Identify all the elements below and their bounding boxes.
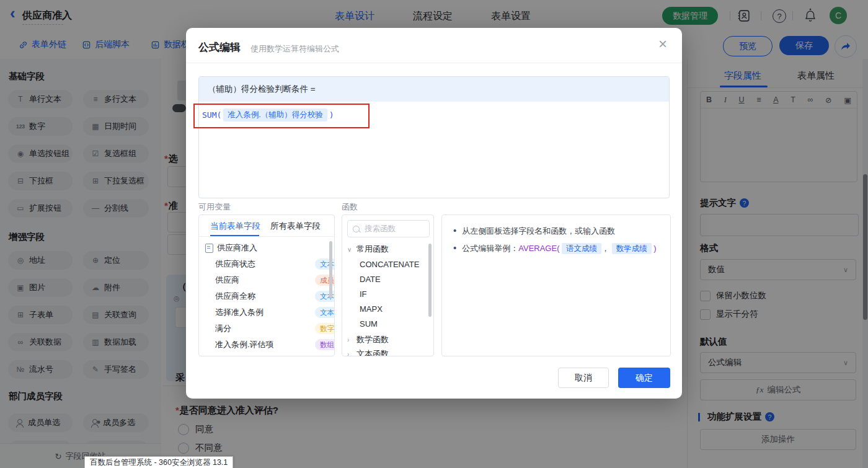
tab-current-form-fields[interactable]: 当前表单字段: [210, 221, 260, 232]
function-group-common[interactable]: ∨ 常用函数: [347, 244, 389, 255]
chevron-right-icon: ›: [347, 351, 353, 357]
help-panel: • 从左侧面板选择字段名和函数，或输入函数 • 公式编辑举例：AVERAGE( …: [441, 214, 671, 356]
search-icon: [353, 226, 360, 232]
chevron-down-icon: ∨: [347, 246, 353, 253]
formula-editor-box: （辅助）得分检验判断条件 =: [198, 76, 670, 198]
function-item[interactable]: MAPX: [360, 304, 383, 314]
variable-item[interactable]: 满分 数字: [215, 323, 335, 334]
variable-item[interactable]: 选择准入条例 文本: [215, 307, 335, 318]
formula-target-bar: （辅助）得分检验判断条件 =: [199, 77, 669, 102]
formula-field-token[interactable]: 准入条例.（辅助）得分校验: [223, 108, 327, 121]
divider: [186, 63, 682, 63]
variable-item[interactable]: 准入条例.评估项 数组: [215, 339, 335, 350]
functions-panel: ∨ 常用函数 CONCATENATE DATE IF MAPX SUM › 数学…: [342, 214, 434, 356]
confirm-button[interactable]: 确定: [618, 368, 670, 388]
divider: [199, 236, 334, 237]
type-badge: 数组: [315, 339, 335, 350]
scrollbar-thumb[interactable]: [428, 244, 432, 317]
function-item[interactable]: DATE: [360, 275, 381, 284]
formula-function: SUM(: [202, 110, 221, 120]
function-item[interactable]: SUM: [360, 319, 378, 329]
example-token: 数学成绩: [612, 243, 652, 254]
help-tip-2: • 公式编辑举例：AVERAGE( 语文成绩， 数学成绩 ): [453, 242, 657, 255]
formula-expression[interactable]: SUM( 准入条例.（辅助）得分校验 ): [202, 108, 334, 121]
scrollbar-thumb[interactable]: [329, 241, 332, 298]
type-badge: 数字: [315, 323, 335, 334]
help-tip-1: • 从左侧面板选择字段名和函数，或输入函数: [453, 225, 615, 237]
functions-label: 函数: [342, 201, 358, 213]
app-screen: ‹ 供应商准入 表单设计 流程设定 表单设置 数据管理 ? C 表单外链 后端脚…: [0, 0, 868, 468]
close-icon[interactable]: ×: [658, 35, 667, 53]
dialog-title: 公式编辑: [198, 40, 241, 55]
type-badge: 文本: [315, 307, 335, 318]
dialog-subtitle: 使用数学运算符编辑公式: [250, 43, 339, 55]
function-group-text[interactable]: › 文本函数: [347, 348, 389, 356]
function-search-input[interactable]: [363, 224, 422, 234]
form-doc-icon: [205, 244, 213, 253]
function-item[interactable]: IF: [360, 289, 367, 299]
formula-edit-dialog: 公式编辑 使用数学运算符编辑公式 × （辅助）得分检验判断条件 = SUM( 准…: [186, 28, 682, 399]
example-function: AVERAGE(: [518, 244, 559, 253]
example-token: 语文成绩: [562, 243, 601, 254]
browser-status-tooltip: 百数后台管理系统 - 360安全浏览器 13.1: [84, 456, 233, 468]
chevron-right-icon: ›: [347, 337, 353, 343]
variables-label: 可用变量: [198, 201, 231, 213]
cancel-button[interactable]: 取消: [558, 368, 609, 388]
variable-item[interactable]: 供应商全称 文本: [215, 291, 335, 302]
variable-item[interactable]: 供应商 成员: [215, 275, 335, 286]
variable-tree-root[interactable]: 供应商准入: [205, 242, 329, 254]
function-search[interactable]: [347, 220, 430, 237]
variable-item[interactable]: 供应商状态 文本: [215, 258, 335, 270]
function-item[interactable]: CONCATENATE: [360, 260, 419, 269]
variables-panel: 当前表单字段 所有表单字段 供应商准入 供应商状态 文本 供应商 成员 供应商全…: [198, 214, 335, 356]
tab-all-form-fields[interactable]: 所有表单字段: [270, 221, 321, 232]
formula-close-paren: ): [329, 110, 334, 120]
function-group-math[interactable]: › 数学函数: [347, 334, 389, 345]
